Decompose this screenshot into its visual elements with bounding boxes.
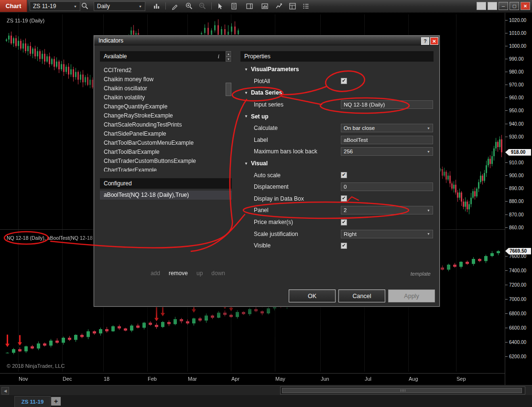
available-header: Available i ▲ ▼ bbox=[100, 51, 232, 62]
input-series-input[interactable]: NQ 12-18 (Daily) bbox=[341, 100, 433, 109]
chart-trader-button[interactable] bbox=[244, 1, 255, 11]
calculate-dropdown[interactable]: On bar close▼ bbox=[341, 124, 433, 132]
dialog-close-button[interactable]: ✕ bbox=[430, 37, 438, 45]
property-control: ✔ bbox=[341, 78, 433, 84]
scale-justification-dropdown[interactable]: Right▼ bbox=[341, 230, 433, 238]
scrollbar-thumb[interactable] bbox=[282, 388, 522, 393]
tick-mark bbox=[505, 356, 508, 357]
property-row-panel: Panel2▼ bbox=[240, 204, 434, 216]
price-axis[interactable]: 918.00 7669.50 1020.001010.001000.00990.… bbox=[505, 12, 532, 385]
add-action[interactable]: add bbox=[151, 270, 160, 277]
move-down-action[interactable]: down bbox=[211, 270, 225, 277]
visible-checkbox[interactable]: ✔ bbox=[341, 243, 347, 249]
interval-selector[interactable]: Daily ▼ bbox=[94, 1, 145, 11]
panel-dropdown[interactable]: 2▼ bbox=[341, 206, 433, 214]
available-item[interactable]: ChartToolBarCustomMenuExample bbox=[100, 139, 232, 148]
indicators-button[interactable] bbox=[300, 1, 312, 11]
available-list[interactable]: CCITrend2Chaikin money flowChaikin oscil… bbox=[100, 62, 232, 171]
instrument-selector[interactable]: ZS 11-19 ▼ bbox=[30, 1, 80, 11]
template-link[interactable]: template bbox=[240, 271, 431, 277]
property-section-header[interactable]: ▼Data Series bbox=[240, 87, 434, 99]
price-tick: 870.00 bbox=[505, 212, 524, 217]
available-scrollbar-thumb[interactable] bbox=[226, 83, 231, 96]
add-tab-button[interactable]: + bbox=[51, 397, 61, 406]
move-up-action[interactable]: up bbox=[196, 270, 203, 277]
available-item[interactable]: ChangeQuantityExample bbox=[100, 102, 232, 111]
tick-label: 870.00 bbox=[509, 212, 524, 217]
available-item[interactable]: ChangeRayStrokeExample bbox=[100, 111, 232, 120]
available-item[interactable]: Chaikin oscillator bbox=[100, 84, 232, 93]
available-item[interactable]: ChartTraderExample bbox=[100, 166, 232, 171]
chart-properties-button[interactable] bbox=[287, 1, 298, 11]
cancel-button[interactable]: Cancel bbox=[338, 289, 385, 302]
tick-mark bbox=[505, 313, 508, 314]
tick-mark bbox=[505, 285, 508, 285]
cursor-button[interactable] bbox=[214, 1, 226, 11]
check-icon: ✔ bbox=[341, 78, 347, 84]
data-box-icon bbox=[230, 2, 239, 11]
panel1-instrument-label: ZS 11-19 (Daily) bbox=[7, 18, 44, 23]
scroll-down-icon[interactable]: ▼ bbox=[226, 56, 231, 62]
available-item[interactable]: ChartToolBarExample bbox=[100, 148, 232, 157]
chart-window-button[interactable] bbox=[259, 1, 271, 11]
displacement-input[interactable]: 0 bbox=[341, 182, 433, 191]
label-input[interactable]: aBoolTest bbox=[341, 136, 433, 144]
available-item[interactable]: ChartTraderCustomButtonsExample bbox=[100, 157, 232, 166]
auto-scale-checkbox[interactable]: ✔ bbox=[341, 172, 347, 178]
chart-menu-tab[interactable]: Chart bbox=[0, 0, 27, 12]
tick-label: 900.00 bbox=[509, 173, 524, 178]
layout-panel-icon[interactable] bbox=[488, 2, 497, 10]
property-control: aBoolTest bbox=[341, 136, 433, 144]
available-item[interactable]: ChartScaleRoundingTestPrints bbox=[100, 120, 232, 129]
layout-grid-icon[interactable] bbox=[477, 2, 486, 10]
configured-item[interactable]: aBoolTest(NQ 12-18 (Daily),True) bbox=[100, 191, 232, 200]
instrument-lookup-button[interactable] bbox=[79, 1, 91, 11]
data-box-button[interactable] bbox=[228, 1, 240, 11]
property-section-header[interactable]: ▼VisualParameters bbox=[240, 64, 434, 75]
price-markers-checkbox[interactable]: ✔ bbox=[341, 219, 347, 225]
strategies-button[interactable] bbox=[273, 1, 285, 11]
ok-button[interactable]: OK bbox=[289, 289, 336, 302]
configured-list[interactable]: aBoolTest(NQ 12-18 (Daily),True) bbox=[100, 189, 232, 266]
remove-action[interactable]: remove bbox=[169, 270, 188, 277]
property-section-header[interactable]: ▼Visual bbox=[240, 158, 434, 170]
horizontal-scrollbar[interactable] bbox=[280, 386, 525, 395]
time-axis-label: Dec bbox=[63, 376, 72, 382]
zoom-in-button[interactable] bbox=[184, 1, 195, 11]
scroll-up-icon[interactable]: ▲ bbox=[226, 51, 231, 56]
price-tick: 1000.00 bbox=[505, 43, 526, 49]
available-item[interactable]: CCITrend2 bbox=[100, 66, 232, 75]
collapse-icon: ▼ bbox=[244, 91, 248, 95]
indicators-icon bbox=[302, 2, 310, 11]
available-item[interactable]: Chaikin money flow bbox=[100, 75, 232, 84]
property-row-displacement: Displacement0 bbox=[240, 181, 434, 193]
chevron-down-icon: ▼ bbox=[134, 5, 142, 8]
apply-button[interactable]: Apply bbox=[388, 289, 435, 302]
chart-style-icon bbox=[152, 2, 161, 11]
property-control: 256▼ bbox=[341, 147, 433, 156]
price-tick: 900.00 bbox=[505, 173, 524, 179]
scroll-left-icon[interactable]: ◀ bbox=[1, 387, 9, 395]
available-item[interactable]: Chaikin volatility bbox=[100, 93, 232, 102]
plotall-checkbox[interactable]: ✔ bbox=[341, 78, 347, 84]
available-item[interactable]: ChartSidePanelExample bbox=[100, 129, 232, 139]
help-button[interactable]: ? bbox=[421, 37, 429, 45]
chart-style-button[interactable] bbox=[151, 1, 163, 11]
property-row-display-in-data-box: Display in Data Box✔ bbox=[240, 193, 434, 205]
info-icon[interactable]: i bbox=[217, 53, 219, 60]
property-row-visible: Visible✔ bbox=[240, 240, 434, 252]
tab-zs-11-19[interactable]: ZS 11-19 bbox=[14, 396, 51, 407]
close-button[interactable]: ✕ bbox=[521, 2, 530, 10]
max-bars-look-back-dropdown[interactable]: 256▼ bbox=[341, 147, 433, 156]
zoom-out-button[interactable] bbox=[197, 1, 208, 11]
minimize-button[interactable]: ─ bbox=[499, 2, 508, 10]
time-axis[interactable]: NovDec18FebMarAprMayJunJulAugSep bbox=[0, 373, 505, 385]
display-in-data-box-checkbox[interactable]: ✔ bbox=[341, 195, 347, 202]
maximize-button[interactable]: ▢ bbox=[510, 2, 519, 10]
panel2-instrument-label: NQ 12-18 (Daily), aBoolTest(NQ 12-18 bbox=[7, 235, 93, 241]
properties-content: ▼VisualParametersPlotAll✔▼Data SeriesInp… bbox=[240, 64, 434, 252]
drawing-tools-button[interactable] bbox=[169, 1, 181, 11]
collapse-icon: ▼ bbox=[244, 114, 248, 118]
dialog-title-bar[interactable]: Indicators ? ✕ bbox=[94, 36, 439, 45]
property-section-header[interactable]: ▼Set up bbox=[240, 110, 434, 122]
